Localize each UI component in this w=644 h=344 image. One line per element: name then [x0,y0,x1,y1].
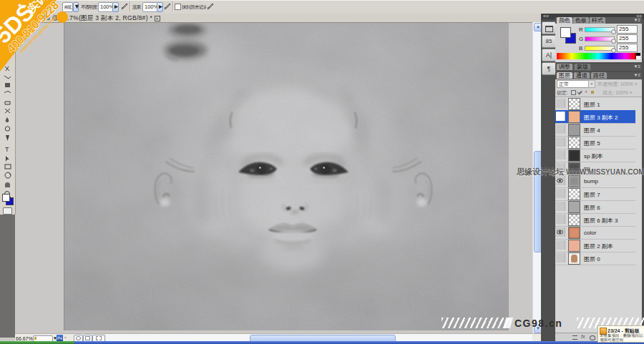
svg-text:T: T [5,146,9,153]
